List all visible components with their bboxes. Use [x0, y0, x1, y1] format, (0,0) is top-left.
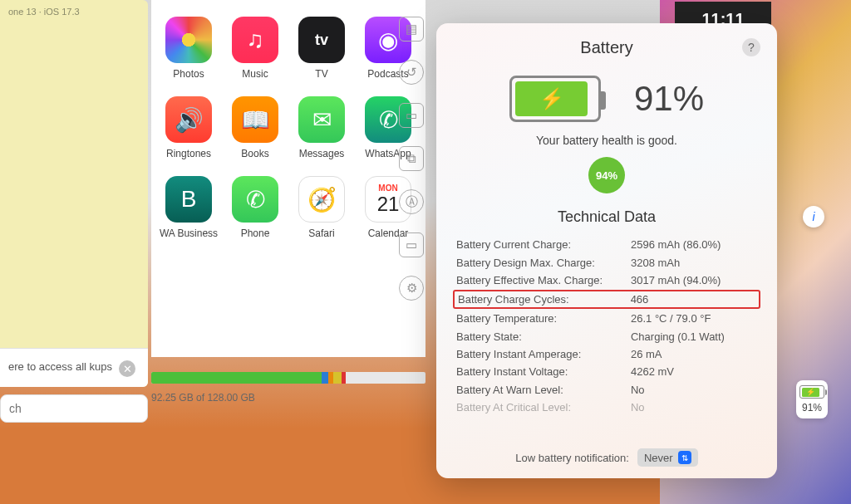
tech-value: 3208 mAh: [631, 257, 757, 269]
battery-percent: 91%: [634, 79, 704, 119]
help-icon[interactable]: ?: [742, 38, 760, 56]
tech-value: 26.1 °C / 79.0 °F: [631, 312, 757, 325]
app-label: Music: [242, 68, 268, 80]
screens-icon[interactable]: ⧉: [399, 146, 424, 171]
app-phone[interactable]: ✆Phone: [226, 176, 284, 239]
app-safari[interactable]: 🧭Safari: [293, 176, 351, 239]
menubar-battery-icon: ⚡: [799, 385, 824, 399]
device-icon[interactable]: ▭: [399, 103, 424, 128]
settings-icon[interactable]: ⚙: [399, 276, 424, 301]
tech-key: Battery Instant Voltage:: [456, 365, 631, 378]
tech-value: 466: [631, 293, 755, 306]
tech-value: 3017 mAh (94.0%): [631, 274, 757, 286]
tech-key: Battery Effective Max. Charge:: [456, 274, 631, 286]
battery-icon: ⚡: [509, 76, 601, 122]
app-label: WA Business: [160, 228, 218, 239]
tech-key: Battery Instant Amperage:: [456, 348, 631, 360]
tech-value: 2596 mAh (86.0%): [631, 238, 757, 251]
app-ringtones[interactable]: 🔊Ringtones: [160, 96, 218, 159]
menubar-battery-percent: 91%: [802, 402, 822, 413]
health-message: Your battery health is good.: [450, 134, 764, 147]
tech-row: Battery State:Charging (0.1 Watt): [456, 328, 757, 345]
app-label: TV: [315, 68, 327, 80]
app-label: Photos: [173, 68, 204, 80]
menubar-battery[interactable]: ⚡ 91%: [796, 380, 828, 418]
technical-data-title: Technical Data: [450, 208, 764, 226]
apps-panel: Photos♫MusictvTV◉Podcasts🔊Ringtones📖Book…: [151, 0, 426, 357]
app-tv[interactable]: tvTV: [293, 17, 351, 80]
category-strip: ▤ ↺ ▭ ⧉ Ⓐ ▭ ⚙: [391, 17, 432, 301]
tech-row: Battery Design Max. Charge:3208 mAh: [456, 253, 757, 271]
files-icon[interactable]: ▤: [399, 17, 424, 42]
app-label: Ringtones: [166, 148, 211, 159]
messages-icon: ✉: [298, 96, 345, 143]
backups-row[interactable]: ere to access all kups ✕: [0, 348, 148, 387]
apps-icon[interactable]: Ⓐ: [399, 189, 424, 214]
tv-icon: tv: [298, 17, 345, 63]
tech-key: Battery State:: [456, 330, 631, 343]
tech-key: Battery Charge Cycles:: [458, 293, 631, 306]
tech-key: Battery At Critical Level:: [456, 401, 631, 413]
storage-meter: 92.25 GB of 128.00 GB: [151, 372, 426, 404]
app-wabiz[interactable]: BWA Business: [160, 176, 218, 239]
info-icon[interactable]: i: [803, 206, 824, 228]
storage-label: 92.25 GB of 128.00 GB: [151, 392, 426, 404]
tech-value: 4262 mV: [631, 365, 757, 378]
storage-segment: [151, 372, 322, 384]
music-icon: ♫: [232, 17, 278, 63]
tech-row: Battery Effective Max. Charge:3017 mAh (…: [456, 272, 757, 289]
tech-key: Battery Temperature:: [456, 312, 631, 325]
app-label: Books: [241, 148, 268, 159]
tech-row: Battery Instant Voltage:4262 mV: [456, 363, 757, 380]
app-messages[interactable]: ✉Messages: [293, 96, 351, 159]
tech-row: Battery Current Charge:2596 mAh (86.0%): [456, 236, 757, 253]
low-battery-value: Never: [644, 452, 673, 464]
low-battery-label: Low battery notification:: [515, 452, 629, 464]
device-tag: one 13 · iOS 17.3: [0, 0, 148, 23]
app-photos[interactable]: Photos: [160, 17, 218, 80]
ringtones-icon: 🔊: [165, 96, 212, 143]
wabiz-icon: B: [165, 176, 212, 223]
tech-row: Battery Instant Amperage:26 mA: [456, 345, 757, 363]
app-label: Safari: [308, 228, 334, 239]
device-sidebar: one 13 · iOS 17.3 ere to access all kups…: [0, 0, 148, 387]
tech-row: Battery At Warn Level:No: [456, 381, 757, 399]
battery-popover: Battery ? ⚡ 91% Your battery health is g…: [436, 23, 777, 478]
search-input[interactable]: [0, 394, 148, 423]
tech-row: Battery Charge Cycles:466: [453, 290, 760, 309]
books-icon: 📖: [232, 96, 278, 143]
tech-value: No: [631, 401, 757, 413]
app-label: Messages: [299, 148, 345, 159]
storage-segment: [322, 372, 328, 384]
health-badge: 94%: [588, 157, 625, 193]
tech-key: Battery At Warn Level:: [456, 384, 631, 396]
backups-label: ere to access all kups: [8, 360, 112, 374]
tech-value: Charging (0.1 Watt): [631, 330, 757, 343]
photos-icon: [165, 17, 212, 63]
safari-icon: 🧭: [298, 176, 345, 223]
tech-key: Battery Current Charge:: [456, 238, 631, 251]
phone-icon: ✆: [232, 176, 278, 223]
low-battery-select[interactable]: Never ⇅: [637, 448, 698, 467]
tech-row: Battery At Critical Level:No: [456, 399, 757, 416]
history-icon[interactable]: ↺: [399, 60, 424, 85]
tech-key: Battery Design Max. Charge:: [456, 257, 631, 269]
tablet-icon[interactable]: ▭: [399, 232, 424, 257]
tech-value: 26 mA: [631, 348, 757, 360]
storage-segment: [342, 372, 346, 384]
close-icon[interactable]: ✕: [119, 360, 135, 377]
app-music[interactable]: ♫Music: [226, 17, 284, 80]
app-books[interactable]: 📖Books: [226, 96, 284, 159]
battery-fill: ⚡: [515, 81, 588, 116]
tech-row: Battery Temperature:26.1 °C / 79.0 °F: [456, 310, 757, 327]
app-label: Phone: [241, 228, 270, 239]
chevron-updown-icon: ⇅: [678, 451, 691, 464]
tech-value: No: [631, 384, 757, 396]
popover-title: Battery: [580, 38, 632, 57]
storage-segment: [333, 372, 342, 384]
storage-segment: [328, 372, 334, 384]
